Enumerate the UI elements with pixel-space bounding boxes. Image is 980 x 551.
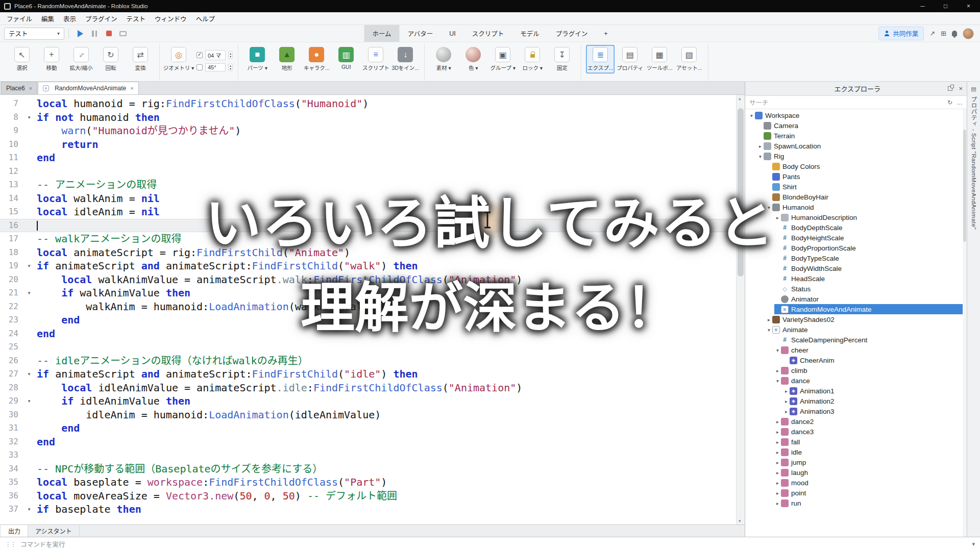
ribbon-tool-transform[interactable]: ⇄変換 xyxy=(126,45,155,73)
menu-item-表示[interactable]: 表示 xyxy=(59,12,81,25)
fold-toggle-icon[interactable]: ▾ xyxy=(21,367,37,381)
tree-item-cheer[interactable]: ▾cheer xyxy=(745,345,967,355)
overflow-menu-icon[interactable]: … xyxy=(957,99,963,106)
bottom-tab-アシスタント[interactable]: アシスタント xyxy=(28,525,80,537)
code-line-24[interactable]: 24end xyxy=(0,327,736,341)
tree-toggle-icon[interactable]: ▸ xyxy=(774,470,781,475)
tree-toggle-icon[interactable]: ▸ xyxy=(774,500,781,506)
ribbon-tool-rotate[interactable]: ↻回転 xyxy=(96,45,125,73)
plugins-grid-icon[interactable]: ⊞ xyxy=(941,30,946,37)
ribbon-tab-スクリプト[interactable]: スクリプト xyxy=(464,25,512,42)
ribbon-tool-terrain2[interactable]: ▲地形 xyxy=(273,45,301,73)
menu-item-ウィンドウ[interactable]: ウィンドウ xyxy=(150,12,191,25)
minimize-button[interactable]: ─ xyxy=(911,0,934,12)
tree-item-fall[interactable]: ▸fall xyxy=(745,437,967,447)
properties-collapsed-strip[interactable]: ▤ プロパティ - Script "RandomMoveAndAnimate" xyxy=(967,82,980,537)
tree-item-Body Colors[interactable]: Body Colors xyxy=(745,161,967,171)
menu-item-編集[interactable]: 編集 xyxy=(37,12,59,25)
code-line-23[interactable]: 23 end xyxy=(0,313,736,327)
tree-toggle-icon[interactable]: ▸ xyxy=(757,143,764,149)
ribbon-tool-move[interactable]: +移動 xyxy=(37,45,66,73)
tree-item-dance[interactable]: ▾dance xyxy=(745,375,967,386)
stop-button[interactable] xyxy=(103,28,115,40)
ribbon-tool-explorer[interactable]: ≣エクスプ... xyxy=(586,45,615,73)
ribbon-tool-geometry[interactable]: ◎ジオメトリ ▾ xyxy=(164,45,193,73)
command-dropdown-icon[interactable]: ▾ xyxy=(972,541,975,547)
tree-item-BodyProportionScale[interactable]: #BodyProportionScale xyxy=(745,243,967,253)
code-line-18[interactable]: 18local animateScript = rig:FindFirstChi… xyxy=(0,246,736,260)
code-line-32[interactable]: 32end xyxy=(0,435,736,449)
maximize-button[interactable]: □ xyxy=(934,0,957,12)
code-line-22[interactable]: 22 walkAnim = humanoid:LoadAnimation(wal… xyxy=(0,300,736,314)
move-snap-value[interactable]: 04 マ xyxy=(205,50,226,60)
code-editor[interactable]: 7local humanoid = rig:FindFirstChildOfCl… xyxy=(0,95,745,524)
tree-item-Terrain[interactable]: Terrain xyxy=(745,131,967,141)
tree-item-RandomMoveAndAnimate[interactable]: ≡RandomMoveAndAnimate xyxy=(745,304,967,314)
editor-scrollbar[interactable] xyxy=(736,95,745,524)
move-snap-checkbox[interactable] xyxy=(197,52,203,58)
tree-item-BlondeBoyHair[interactable]: BlondeBoyHair xyxy=(745,192,967,202)
tree-item-BodyDepthScale[interactable]: #BodyDepthScale xyxy=(745,222,967,233)
tree-item-idle[interactable]: ▸idle xyxy=(745,447,967,457)
code-line-19[interactable]: 19▾if animateScript and animateScript:Fi… xyxy=(0,259,736,273)
code-line-25[interactable]: 25 xyxy=(0,340,736,354)
rotate-snap-step-down-icon[interactable]: ▾ xyxy=(229,67,232,70)
tree-toggle-icon[interactable]: ▾ xyxy=(748,113,755,118)
tree-item-Humanoid[interactable]: ▾Humanoid xyxy=(745,202,967,212)
explorer-search[interactable]: サーチ ↻ … xyxy=(745,96,967,109)
code-line-37[interactable]: 37▾if baseplate then xyxy=(0,503,736,516)
tree-item-dance3[interactable]: ▸dance3 xyxy=(745,427,967,437)
menu-item-ファイル[interactable]: ファイル xyxy=(2,12,37,25)
fold-toggle-icon[interactable]: ▾ xyxy=(21,259,37,273)
tree-toggle-icon[interactable]: ▸ xyxy=(774,490,781,496)
code-line-31[interactable]: 31 end xyxy=(0,421,736,435)
tree-item-BodyHeightScale[interactable]: #BodyHeightScale xyxy=(745,233,967,243)
ribbon-tool-gui[interactable]: ▥GUI xyxy=(332,45,360,72)
tree-toggle-icon[interactable]: ▸ xyxy=(783,388,790,394)
code-line-27[interactable]: 27▾if animateScript and animateScript:Fi… xyxy=(0,367,736,381)
ribbon-tab-+[interactable]: + xyxy=(596,25,616,42)
fold-toggle-icon[interactable]: ▾ xyxy=(21,111,37,124)
code-line-9[interactable]: 9 warn("Humanoidが見つかりません") xyxy=(0,124,736,138)
ribbon-tool-cursor[interactable]: ↖選択 xyxy=(8,45,36,73)
code-line-34[interactable]: 34-- NPCが移動する範囲（Baseplateのサイズを参考にする） xyxy=(0,462,736,476)
ribbon-tab-アバター[interactable]: アバター xyxy=(400,25,442,42)
ribbon-tool-assets[interactable]: ▧アセット... xyxy=(675,45,703,73)
tree-item-jump[interactable]: ▸jump xyxy=(745,457,967,467)
rotate-snap-value[interactable]: 45° xyxy=(205,63,226,71)
rotate-snap-checkbox[interactable] xyxy=(197,64,203,70)
ribbon-tab-ホーム[interactable]: ホーム xyxy=(364,25,399,42)
command-input-placeholder[interactable]: コマンドを実行 xyxy=(20,539,967,549)
code-line-21[interactable]: 21▾ if walkAnimValue then xyxy=(0,286,736,300)
code-line-16[interactable]: 16 xyxy=(0,219,736,233)
explorer-scrollbar-thumb[interactable] xyxy=(963,130,966,242)
code-line-8[interactable]: 8▾if not humanoid then xyxy=(0,111,736,124)
share-icon[interactable]: ↗ xyxy=(929,30,935,37)
tree-toggle-icon[interactable]: ▸ xyxy=(774,439,781,445)
bottom-tab-出力[interactable]: 出力 xyxy=(1,525,28,537)
document-tab-Place6[interactable]: Place6× xyxy=(1,82,37,94)
code-line-26[interactable]: 26-- idleアニメーションの取得（なければwalkのみ再生） xyxy=(0,354,736,368)
tree-item-mood[interactable]: ▸mood xyxy=(745,478,967,488)
document-tab-RandomMoveAndAnimate[interactable]: ≡RandomMoveAndAnimate× xyxy=(38,82,139,94)
ribbon-tool-parts[interactable]: ■パーツ ▾ xyxy=(243,45,272,73)
tree-item-CheerAnim[interactable]: ◈CheerAnim xyxy=(745,355,967,365)
move-snap-stepper[interactable]: ▴▾ xyxy=(228,52,233,59)
tree-toggle-icon[interactable]: ▸ xyxy=(783,398,790,404)
code-line-20[interactable]: 20 local walkAnimValue = animateScript.w… xyxy=(0,273,736,287)
tree-item-Rig[interactable]: ▾Rig xyxy=(745,151,967,161)
ribbon-tab-UI[interactable]: UI xyxy=(441,25,464,42)
tree-item-BodyTypeScale[interactable]: #BodyTypeScale xyxy=(745,253,967,263)
popout-icon[interactable] xyxy=(948,86,952,91)
code-line-14[interactable]: 14local walkAnim = nil xyxy=(0,192,736,206)
tree-toggle-icon[interactable]: ▾ xyxy=(774,347,781,353)
tree-item-Pants[interactable]: Pants xyxy=(745,171,967,182)
tree-item-BodyWidthScale[interactable]: #BodyWidthScale xyxy=(745,263,967,273)
notifications-bell-icon[interactable] xyxy=(952,31,957,36)
tree-toggle-icon[interactable]: ▾ xyxy=(766,327,772,333)
fold-toggle-icon[interactable]: ▾ xyxy=(21,503,37,516)
tree-item-HumanoidDescription[interactable]: ▸HumanoidDescription xyxy=(745,212,967,222)
tree-toggle-icon[interactable]: ▸ xyxy=(774,429,781,435)
code-line-10[interactable]: 10 return xyxy=(0,138,736,152)
fold-toggle-icon[interactable]: ▾ xyxy=(21,286,37,300)
